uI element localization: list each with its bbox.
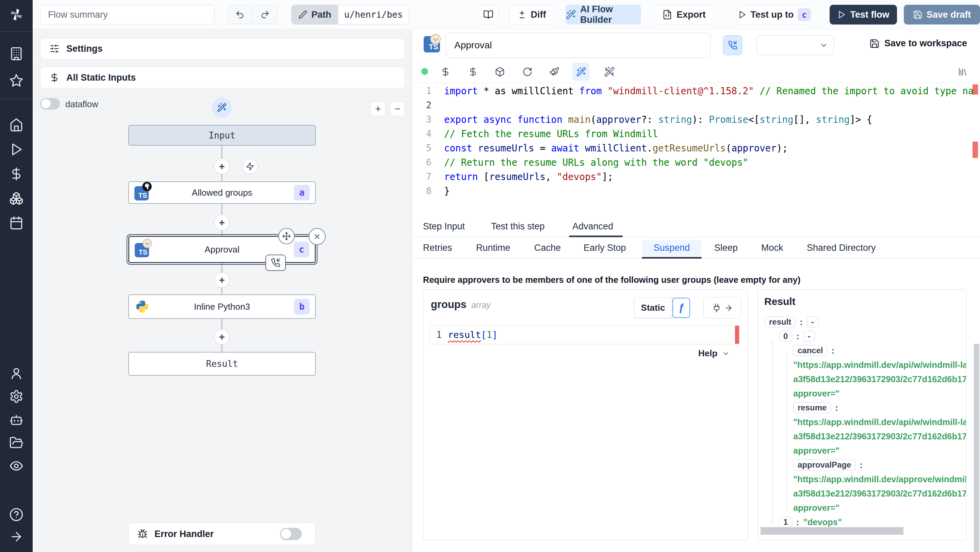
ai-step-wand-button[interactable] (212, 98, 232, 118)
static-inputs-tool-button[interactable] (465, 63, 482, 81)
error-handler-row[interactable]: Error Handler (128, 523, 316, 545)
export-button[interactable]: Export (654, 5, 714, 24)
line-number: 3 (412, 115, 431, 124)
save-draft-button[interactable]: Save draft (904, 5, 980, 24)
path-editor[interactable]: Path u/henri/bes (291, 5, 409, 24)
connect-input-button[interactable] (703, 297, 741, 318)
tab-cache[interactable]: Cache (534, 237, 561, 258)
tab-suspend[interactable]: Suspend (642, 240, 702, 256)
reset-tool-button[interactable] (519, 63, 536, 81)
sliders-icon (49, 44, 60, 54)
tab-mock[interactable]: Mock (761, 237, 783, 258)
json-string-value: "https://app.windmill.dev/approve/windmi… (793, 474, 966, 484)
tab-advanced[interactable]: Advanced (572, 216, 613, 237)
sidebar-item-settings[interactable] (9, 389, 24, 404)
code-line: 5 const resumeUrls = await wmillClient.g… (412, 141, 980, 155)
step-node-label: Inline Python3 (194, 302, 250, 312)
error-handler-toggle[interactable] (280, 528, 302, 540)
step-name-input[interactable] (446, 33, 711, 58)
groups-expression-editor[interactable]: 1 result[1] (430, 325, 740, 344)
redo-button[interactable] (253, 6, 278, 24)
sidebar-item-runs[interactable] (9, 142, 24, 157)
move-step-button[interactable] (278, 228, 295, 244)
add-step-button[interactable]: + (214, 329, 230, 345)
step-node-inline-python3[interactable]: Inline Python3 b (128, 294, 316, 319)
dataflow-toggle[interactable] (40, 98, 60, 110)
result-horizontal-scrollbar[interactable] (760, 527, 904, 535)
sidebar-item-workers[interactable] (9, 412, 24, 427)
step-node-allowed-groups[interactable]: TS Allowed groups a (128, 181, 316, 204)
zoom-in-button[interactable]: + (371, 102, 385, 116)
code-editor[interactable]: 1import * as wmillClient from "windmill-… (412, 83, 980, 216)
library-panel-button[interactable] (954, 63, 971, 81)
move-icon (282, 232, 291, 240)
tab-early-stop[interactable]: Early Stop (584, 237, 626, 258)
trigger-zap-button[interactable] (242, 159, 258, 174)
all-static-inputs-row[interactable]: All Static Inputs (40, 67, 405, 89)
zoom-out-button[interactable]: − (390, 102, 405, 116)
package-tool-button[interactable] (492, 63, 508, 81)
sidebar-item-favorites[interactable] (9, 73, 24, 88)
json-string-value: "devops" (803, 517, 842, 527)
ai-flow-builder-button[interactable]: AI Flow Builder (566, 5, 641, 24)
variables-tool-button[interactable] (437, 63, 454, 81)
sidebar-item-users[interactable] (9, 366, 24, 380)
sidebar-item-help[interactable] (9, 507, 24, 522)
pencil-icon (298, 10, 307, 19)
expression-mode-button[interactable]: ƒ (672, 298, 690, 318)
sidebar-item-variables[interactable] (9, 167, 24, 181)
flow-settings-row[interactable]: Settings (40, 38, 405, 59)
json-key: resume (793, 402, 831, 413)
tab-test-this-step[interactable]: Test this step (491, 216, 545, 237)
save-to-workspace-button[interactable]: Save to workspace (869, 38, 967, 49)
dataflow-label: dataflow (65, 99, 98, 110)
ai-assist-off-button[interactable] (601, 63, 618, 81)
delete-step-button[interactable] (309, 228, 326, 245)
tab-step-input[interactable]: Step Input (423, 216, 465, 237)
static-mode-button[interactable]: Static (634, 298, 672, 318)
path-edit-button[interactable]: Path (292, 5, 338, 24)
collapse-button[interactable]: - (803, 331, 815, 342)
sidebar-item-home[interactable] (9, 118, 24, 132)
ai-assist-button[interactable] (573, 63, 590, 81)
version-select[interactable] (756, 35, 834, 55)
format-tool-button[interactable] (546, 63, 563, 81)
step-tabs: Step Input Test this step Advanced (412, 216, 980, 237)
tab-shared-directory[interactable]: Shared Directory (807, 237, 876, 258)
undo-button[interactable] (228, 6, 253, 24)
sidebar-item-audit-logs[interactable] (9, 459, 24, 473)
panel-vertical-scrollbar[interactable] (974, 344, 979, 552)
add-step-button[interactable]: + (214, 159, 230, 174)
result-row: "https://app.windmill.dev/approve/windmi… (758, 472, 966, 486)
flow-summary-input[interactable] (40, 5, 215, 24)
add-step-button[interactable]: + (214, 215, 230, 231)
diff-button[interactable]: Diff (509, 5, 554, 24)
tab-sleep[interactable]: Sleep (714, 237, 738, 258)
json-colon: : (800, 317, 802, 327)
collapse-button[interactable]: - (807, 317, 818, 328)
line-number: 1 (412, 86, 431, 96)
input-node[interactable]: Input (128, 125, 316, 146)
tab-runtime[interactable]: Runtime (476, 237, 511, 258)
sidebar-expand-icon[interactable] (9, 530, 24, 544)
sidebar-item-folders[interactable] (9, 436, 24, 450)
step-node-approval[interactable]: TS Approval c (128, 236, 316, 263)
sidebar-item-schedules[interactable] (9, 216, 24, 230)
test-up-to-button[interactable]: Test up toc (737, 5, 811, 24)
windmill-logo-icon[interactable] (9, 8, 24, 22)
suspend-phone-button[interactable] (723, 35, 742, 55)
arrow-right-icon (724, 304, 733, 312)
save-draft-label: Save draft (927, 10, 971, 20)
sidebar-item-resources[interactable] (9, 191, 24, 205)
test-flow-button[interactable]: Test flow (830, 5, 897, 24)
undo-redo-group (227, 5, 278, 24)
help-dropdown[interactable]: Help (698, 348, 730, 359)
windmill-flow-builder: Path u/henri/bes Diff AI Flow Builder Ex… (0, 0, 980, 552)
result-node[interactable]: Result (128, 352, 316, 376)
docs-button[interactable] (479, 5, 498, 24)
add-step-button[interactable]: + (214, 272, 230, 288)
tab-retries[interactable]: Retries (423, 237, 452, 258)
code-line: 6 // Return the resume URLs along with t… (412, 155, 980, 169)
suspend-phone-chip[interactable] (266, 255, 286, 271)
sidebar-item-workspace[interactable] (9, 47, 24, 61)
